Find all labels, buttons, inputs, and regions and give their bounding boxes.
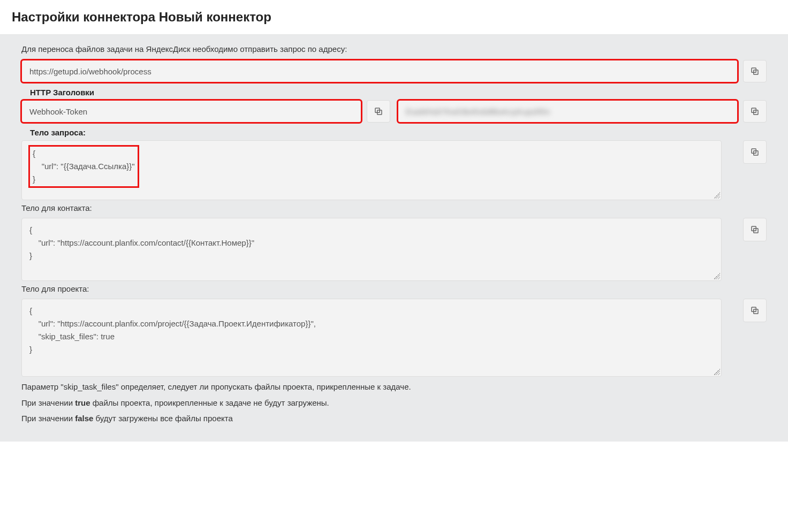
http-headers-label: HTTP Заголовки <box>30 88 767 97</box>
body-task-content: { "url": "{{Задача.Ссылка}}" } <box>29 146 138 187</box>
copy-icon <box>750 66 760 76</box>
resize-handle-icon <box>714 369 720 375</box>
contact-body-label: Тело для контакта: <box>21 203 767 212</box>
settings-panel: Для переноса файлов задачи на ЯндексДиск… <box>0 35 788 442</box>
intro-text: Для переноса файлов задачи на ЯндексДиск… <box>21 44 767 54</box>
body-label: Тело запроса: <box>30 128 767 137</box>
page-title: Настройки коннектора Новый коннектор <box>0 0 788 35</box>
resize-handle-icon <box>714 192 720 199</box>
footer-text-1: Параметр "skip_task_files" определяет, с… <box>21 380 767 394</box>
project-body-label: Тело для проекта: <box>21 284 767 293</box>
header-value-field[interactable]: ExaWHskTKwfJ8oRs6dltbxKzyKupsRfm <box>398 100 738 123</box>
copy-url-button[interactable] <box>743 60 767 82</box>
body-task-textarea[interactable]: { "url": "{{Задача.Ссылка}}" } <box>21 140 722 200</box>
copy-body-task-button[interactable] <box>743 140 767 164</box>
body-contact-content: { "url": "https://account.planfix.com/co… <box>29 224 254 262</box>
copy-body-contact-button[interactable] <box>743 218 767 241</box>
copy-icon <box>750 107 760 116</box>
webhook-url-field[interactable]: https://getupd.io/webhook/process <box>21 60 738 82</box>
resize-handle-icon <box>714 273 720 279</box>
body-contact-textarea[interactable]: { "url": "https://account.planfix.com/co… <box>21 218 722 281</box>
footer-text-3: При значении false будут загружены все ф… <box>21 412 767 425</box>
copy-icon <box>750 225 760 234</box>
copy-icon <box>750 306 760 315</box>
copy-body-project-button[interactable] <box>743 299 767 322</box>
body-project-content: { "url": "https://account.planfix.com/pr… <box>29 305 316 356</box>
copy-header-value-button[interactable] <box>743 100 767 123</box>
copy-icon <box>750 147 760 157</box>
copy-icon <box>374 107 383 116</box>
header-name-field[interactable]: Webhook-Token <box>21 100 361 123</box>
copy-header-name-button[interactable] <box>367 100 390 123</box>
footer-text-2: При значении true файлы проекта, проикре… <box>21 396 767 410</box>
body-project-textarea[interactable]: { "url": "https://account.planfix.com/pr… <box>21 299 722 377</box>
